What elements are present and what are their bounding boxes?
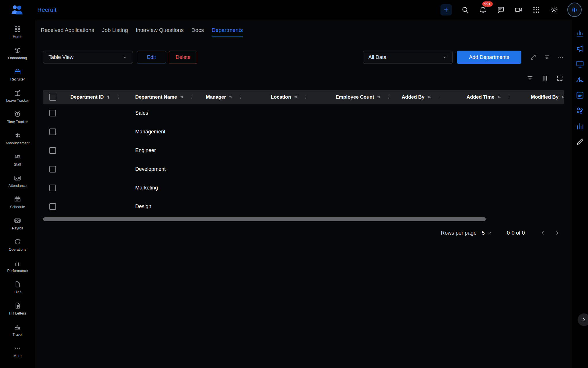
topbar-search-button[interactable]: [461, 5, 470, 14]
rail-announce-button[interactable]: [576, 44, 584, 53]
sidebar-item-files[interactable]: Files: [0, 277, 35, 298]
topbar-settings-button[interactable]: [550, 5, 559, 14]
topbar-notifications-button[interactable]: 99+: [478, 5, 488, 14]
tab-received-applications[interactable]: Received Applications: [41, 27, 94, 37]
horizontal-scrollbar[interactable]: [43, 217, 486, 221]
filter-button[interactable]: [544, 54, 550, 60]
rail-board-button[interactable]: [576, 60, 584, 68]
sidebar-item-label: More: [13, 354, 22, 358]
column-menu-button[interactable]: [238, 95, 243, 99]
rail-edit-pencil-button[interactable]: [576, 137, 584, 146]
sort-both-icon: [228, 95, 233, 99]
topbar-add-button[interactable]: [440, 4, 452, 16]
data-filter-select[interactable]: All Data: [363, 51, 453, 64]
sidebar-item-travel[interactable]: Travel: [0, 319, 35, 340]
row-checkbox[interactable]: [49, 203, 56, 210]
recruit-app-link[interactable]: Recruit: [37, 6, 57, 13]
sidebar-item-leave-tracker[interactable]: Leave Tracker: [0, 85, 35, 106]
announce-icon: [576, 44, 584, 53]
rows-per-page-select[interactable]: 5: [482, 230, 492, 236]
sidebar-item-announcement[interactable]: Announcement: [0, 128, 35, 149]
rail-cluster-button[interactable]: [576, 106, 584, 115]
topbar-apps-button[interactable]: [532, 5, 541, 14]
rail-expand-button[interactable]: [578, 313, 588, 326]
expand-button[interactable]: [530, 54, 536, 60]
sort-asc-icon: [106, 95, 111, 99]
delete-button[interactable]: Delete: [169, 51, 197, 64]
topbar-video-call-button[interactable]: [514, 5, 523, 14]
more-options-button[interactable]: [558, 54, 564, 60]
column-menu-button[interactable]: [386, 95, 391, 99]
time-icon: [14, 110, 21, 118]
next-page-button[interactable]: [554, 230, 560, 236]
rail-analytics-button[interactable]: [576, 29, 584, 37]
kebab-icon: [437, 95, 441, 99]
column-menu-button[interactable]: [437, 95, 441, 99]
tab-docs[interactable]: Docs: [192, 27, 204, 37]
column-header-label: Location: [271, 94, 291, 100]
row-checkbox[interactable]: [49, 166, 56, 172]
column-header-added-by[interactable]: Added By: [395, 94, 460, 100]
row-checkbox[interactable]: [49, 147, 56, 154]
column-menu-button[interactable]: [189, 95, 194, 99]
announcement-icon: [14, 132, 21, 139]
sidebar-item-performance[interactable]: Performance: [0, 255, 35, 277]
sidebar-item-home[interactable]: Home: [0, 21, 35, 43]
table-row[interactable]: Development: [43, 160, 564, 179]
sidebar-item-recruiter[interactable]: Recruiter: [0, 64, 35, 85]
main-content: Received ApplicationsJob ListingIntervie…: [35, 20, 572, 368]
table-row[interactable]: Sales: [43, 104, 564, 122]
sidebar-item-schedule[interactable]: Schedule: [0, 191, 35, 213]
rail-columns-chart-button[interactable]: [576, 122, 584, 131]
app-logo-icon[interactable]: [10, 3, 24, 16]
column-header-manager[interactable]: Manager: [200, 94, 264, 100]
table-columns-button[interactable]: [541, 75, 548, 82]
table-tools: [35, 75, 563, 82]
column-header-location[interactable]: Location: [264, 94, 329, 100]
sidebar-item-staff[interactable]: Staff: [0, 149, 35, 170]
column-header-department-name[interactable]: Department Name: [129, 94, 200, 100]
table-row[interactable]: Management: [43, 122, 564, 141]
column-header-employee-count[interactable]: Employee Count: [329, 94, 395, 100]
sidebar-item-attendance[interactable]: Attendance: [0, 170, 35, 191]
previous-page-button[interactable]: [540, 230, 546, 236]
column-header-department-id[interactable]: Department ID: [64, 94, 129, 100]
table-filter-button[interactable]: [527, 75, 533, 82]
view-select[interactable]: Table View: [43, 51, 133, 64]
rail-signature-button[interactable]: [576, 75, 584, 84]
apps-icon: [532, 6, 540, 14]
sidebar-item-hr-letters[interactable]: HR Letters: [0, 298, 35, 319]
rail-tasks-button[interactable]: [576, 91, 584, 99]
column-menu-button[interactable]: [116, 95, 121, 99]
table-row[interactable]: Marketing: [43, 179, 564, 197]
sidebar-item-operations[interactable]: Operations: [0, 234, 35, 255]
sidebar-item-onboarding[interactable]: Onboarding: [0, 43, 35, 64]
column-header-added-time[interactable]: Added Time: [460, 94, 525, 100]
column-menu-button[interactable]: [303, 95, 308, 99]
sidebar-item-more[interactable]: More: [0, 340, 35, 362]
add-departments-button[interactable]: Add Departments: [457, 51, 521, 64]
table-fullscreen-button[interactable]: [556, 75, 563, 82]
row-checkbox[interactable]: [49, 129, 56, 135]
edit-button[interactable]: Edit: [137, 51, 166, 64]
tab-job-listing[interactable]: Job Listing: [102, 27, 128, 37]
cell-department-name: Management: [129, 129, 200, 135]
sidebar-item-time-tracker[interactable]: Time Tracker: [0, 106, 35, 128]
account-avatar-button[interactable]: [567, 3, 582, 17]
tab-departments[interactable]: Departments: [212, 27, 243, 37]
tab-interview-questions[interactable]: Interview Questions: [136, 27, 184, 37]
left-sidebar: HomeOnboardingRecruiterLeave TrackerTime…: [0, 20, 35, 368]
column-header-modified-by[interactable]: Modified By: [525, 94, 564, 100]
leave-icon: [14, 89, 21, 97]
row-checkbox[interactable]: [49, 110, 56, 116]
row-checkbox-cell: [43, 129, 64, 135]
table-row[interactable]: Design: [43, 197, 564, 216]
topbar-messages-button[interactable]: [496, 5, 505, 14]
select-all-checkbox[interactable]: [49, 94, 56, 101]
video-call-icon: [514, 6, 523, 14]
topbar-actions: 99+: [440, 3, 582, 17]
row-checkbox[interactable]: [49, 185, 56, 191]
sidebar-item-payroll[interactable]: Payroll: [0, 213, 35, 234]
table-row[interactable]: Engineer: [43, 141, 564, 160]
column-menu-button[interactable]: [507, 95, 511, 99]
